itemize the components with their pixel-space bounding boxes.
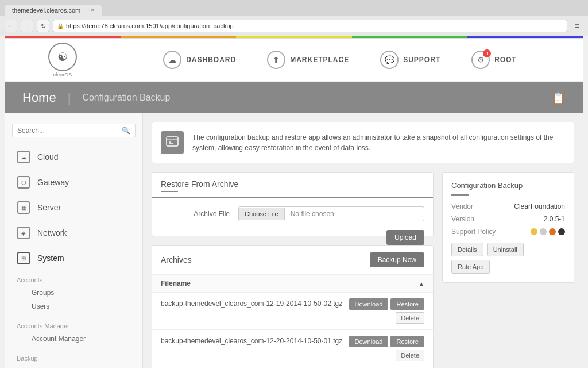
sidebar-item-server[interactable]: ▦ Server [5,195,142,220]
lock-icon: 🔒 [57,23,64,29]
restore-button[interactable]: Restore [390,298,424,310]
restore-title: Restore From Archive [161,179,238,189]
page-header: Home | Configuration Backup 📋 [5,82,583,113]
browser-chrome: themedevel.clearos.com -- ✕ ← → ↻ 🔒 http… [0,0,588,36]
network-icon: ◈ [17,226,30,240]
search-box[interactable]: 🔍 [12,124,136,137]
support-key: Support Policy [451,228,496,236]
config-panel-divider [451,194,469,195]
restore-button[interactable]: Restore [390,336,424,347]
sidebar-sub-item-config-backup[interactable]: Configuration Backup [5,364,142,368]
sidebar-item-system[interactable]: ⊞ System [5,246,142,271]
action-buttons: Download Restore Delete [349,298,424,324]
delete-button[interactable]: Delete [396,350,424,361]
upload-button[interactable]: Upload [386,230,424,245]
sidebar: 🔍 ☁ Cloud ⬡ Gateway ▦ Server [5,113,143,368]
vendor-row: Vendor ClearFoundation [451,202,565,210]
action-row: Download Restore [349,336,424,347]
archives-header: Archives Backup Now [152,246,433,275]
sidebar-sub-item-groups[interactable]: Groups [5,286,142,300]
back-button[interactable]: ← [5,20,17,32]
nav-items: ☁ DASHBOARD ⬆ MARKETPLACE 💬 SUPPORT ⚙ 1 … [109,46,571,74]
dot-yellow [531,228,537,235]
dot-dark [558,228,565,235]
marketplace-icon: ⬆ [267,51,285,69]
vendor-key: Vendor [451,202,473,210]
gateway-icon: ⬡ [17,175,30,189]
accounts-title: Accounts [5,274,142,286]
restore-panel: Restore From Archive Archive File Choose… [152,172,434,236]
nav-bar: ← → ↻ 🔒 https://demo78.clearos.com:1501/… [0,16,588,36]
dashboard-label: DASHBOARD [186,56,236,64]
sidebar-item-network[interactable]: ◈ Network [5,220,142,246]
nav-item-marketplace[interactable]: ⬆ MARKETPLACE [260,46,356,74]
sidebar-item-gateway[interactable]: ⬡ Gateway [5,170,142,195]
file-name-display: No file chosen [285,207,424,221]
sidebar-server-label: Server [37,203,61,212]
right-panel: Configuration Backup Vendor ClearFoundat… [442,172,574,368]
app-container: ☯ clearOS ☁ DASHBOARD ⬆ MARKETPLACE 💬 SU… [5,38,583,368]
browser-tab[interactable]: themedevel.clearos.com -- ✕ [5,5,102,16]
reload-button[interactable]: ↻ [37,20,49,32]
svg-rect-0 [167,137,178,146]
logo-text: clearOS [48,72,77,78]
marketplace-label: MARKETPLACE [290,56,349,64]
download-button[interactable]: Download [349,298,389,310]
restore-panel-header: Restore From Archive [152,172,433,198]
system-icon: ⊞ [17,251,30,265]
forward-button[interactable]: → [21,20,33,32]
sort-icon[interactable]: ▲ [419,281,424,287]
filename-cell: backup-themedevel_clearos_com-12-20-2014… [161,336,349,345]
address-bar[interactable]: 🔒 https://demo78.clearos.com:1501/app/co… [53,20,567,32]
dot-gray [540,228,547,235]
tab-label: themedevel.clearos.com -- [12,7,87,14]
info-icon [161,131,184,154]
sidebar-network-label: Network [37,228,67,237]
nav-item-root[interactable]: ⚙ 1 ROOT [465,46,524,74]
info-box: The configuration backup and restore app… [152,122,574,163]
archives-panel: Archives Backup Now Filename ▲ backup-th… [152,245,434,368]
sidebar-item-cloud[interactable]: ☁ Cloud [5,144,142,170]
page-subtitle: Configuration Backup [82,93,170,103]
sidebar-sub-item-account-manager[interactable]: Account Manager [5,332,142,346]
config-panel-title: Configuration Backup [451,181,565,190]
nav-item-support[interactable]: 💬 SUPPORT [373,46,447,74]
browser-menu-button[interactable]: ≡ [571,20,583,32]
search-input[interactable] [17,126,122,135]
action-buttons: Download Restore Delete [349,336,424,361]
uninstall-button[interactable]: Uninstall [487,243,524,256]
support-label: SUPPORT [403,56,440,64]
sidebar-backup-section: Backup Configuration Backup [5,349,142,368]
accounts-manager-title: Accounts Manager [5,320,142,332]
version-key: Version [451,215,474,223]
root-label: ROOT [494,56,517,64]
archive-file-row: Archive File Choose File No file chosen [161,206,424,221]
search-icon: 🔍 [122,126,130,135]
support-dots [531,228,565,236]
table-header: Filename ▲ [152,275,433,293]
archive-file-label: Archive File [161,210,230,218]
support-icon: 💬 [380,51,399,69]
backup-now-button[interactable]: Backup Now [370,252,424,267]
logo-icon: ☯ [57,50,68,64]
action-row: Download Restore [349,298,424,310]
sidebar-accounts-section: Accounts Groups Users [5,271,142,317]
download-button[interactable]: Download [349,336,389,347]
cloud-icon: ☁ [17,150,30,164]
choose-file-button[interactable]: Choose File [239,208,285,220]
file-input-area[interactable]: Choose File No file chosen [238,206,424,221]
main-panels: Restore From Archive Archive File Choose… [152,172,434,368]
notification-badge: 1 [483,49,491,57]
rate-app-button[interactable]: Rate App [451,260,490,274]
config-actions: Details Uninstall Rate App [451,243,565,274]
table-row: backup-themedevel_clearos_com-12-20-2014… [152,330,433,367]
logo-circle: ☯ [48,43,77,71]
delete-button[interactable]: Delete [396,312,424,324]
tab-close-button[interactable]: ✕ [90,7,95,13]
sidebar-sub-item-users[interactable]: Users [5,300,142,313]
nav-item-dashboard[interactable]: ☁ DASHBOARD [156,46,243,74]
logo-area: ☯ clearOS [17,43,109,78]
top-nav: ☯ clearOS ☁ DASHBOARD ⬆ MARKETPLACE 💬 SU… [5,39,583,82]
details-button[interactable]: Details [451,243,483,256]
dashboard-icon: ☁ [163,51,181,69]
